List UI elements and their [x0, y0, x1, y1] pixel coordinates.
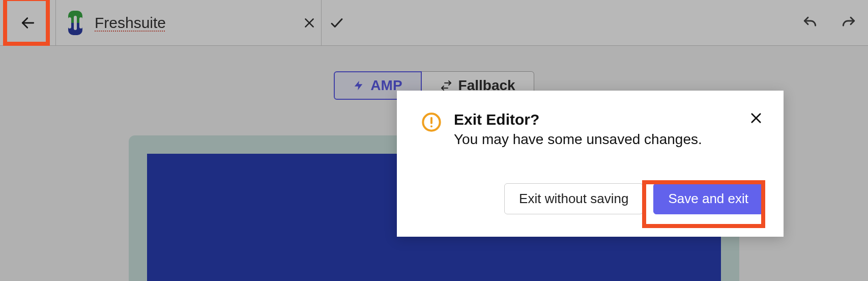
exit-editor-modal: Exit Editor? You may have some unsaved c…: [397, 91, 784, 237]
modal-footer: Exit without saving Save and exit: [421, 183, 763, 214]
modal-title: Exit Editor?: [454, 111, 737, 128]
modal-body: You may have some unsaved changes.: [454, 131, 737, 148]
modal-close-button[interactable]: [749, 111, 763, 127]
save-and-exit-button[interactable]: Save and exit: [653, 183, 763, 214]
warning-icon: [421, 112, 442, 134]
modal-text: Exit Editor? You may have some unsaved c…: [454, 111, 737, 148]
close-icon: [749, 111, 763, 125]
exit-without-saving-button[interactable]: Exit without saving: [504, 183, 643, 214]
modal-header: Exit Editor? You may have some unsaved c…: [421, 111, 763, 148]
svg-point-8: [430, 125, 432, 127]
